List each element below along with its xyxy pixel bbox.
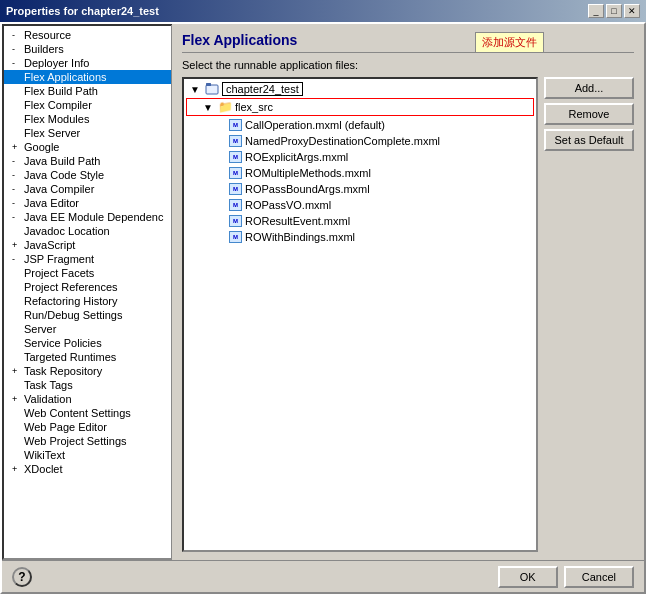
- spacer-icon: [212, 198, 226, 212]
- mxml-icon: M: [229, 135, 242, 147]
- sidebar-item-deployer-info[interactable]: - Deployer Info: [4, 56, 171, 70]
- sidebar-item-label: Project Facets: [24, 267, 94, 279]
- sidebar-item-targeted-runtimes[interactable]: Targeted Runtimes: [4, 350, 171, 364]
- sidebar-item-jsp-fragment[interactable]: - JSP Fragment: [4, 252, 171, 266]
- sidebar-item-web-content-settings[interactable]: Web Content Settings: [4, 406, 171, 420]
- tree-item-file-3[interactable]: M ROMultipleMethods.mxml: [186, 165, 534, 181]
- right-panel: 添加源文件 Flex Applications Select the runna…: [172, 24, 644, 560]
- sidebar-item-label: Javadoc Location: [24, 225, 110, 237]
- sidebar-item-label: JavaScript: [24, 239, 75, 251]
- sidebar-item-java-compiler[interactable]: - Java Compiler: [4, 182, 171, 196]
- help-button[interactable]: ?: [12, 567, 32, 587]
- sidebar-item-validation[interactable]: + Validation: [4, 392, 171, 406]
- sidebar-item-resource[interactable]: - Resource: [4, 28, 171, 42]
- sidebar-item-google[interactable]: + Google: [4, 140, 171, 154]
- folder-expand-icon: ▼: [201, 100, 215, 114]
- expand-icon: [12, 72, 22, 82]
- tree-item-file-2[interactable]: M ROExplicitArgs.mxml: [186, 149, 534, 165]
- sidebar-item-label: Java EE Module Dependenc: [24, 211, 163, 223]
- dialog-body: - Resource - Builders - Deployer Info Fl…: [2, 24, 644, 560]
- close-button[interactable]: ✕: [624, 4, 640, 18]
- set-as-default-button[interactable]: Set as Default: [544, 129, 634, 151]
- tree-item-file-4[interactable]: M ROPassBoundArgs.mxml: [186, 181, 534, 197]
- ok-button[interactable]: OK: [498, 566, 558, 588]
- sidebar-item-task-repository[interactable]: + Task Repository: [4, 364, 171, 378]
- sidebar-item-label: Java Build Path: [24, 155, 100, 167]
- sidebar-item-label: Builders: [24, 43, 64, 55]
- file-name: ROPassVO.mxml: [245, 199, 331, 211]
- sidebar-item-label: Service Policies: [24, 337, 102, 349]
- expand-icon: [12, 450, 22, 460]
- sidebar-item-web-page-editor[interactable]: Web Page Editor: [4, 420, 171, 434]
- minimize-button[interactable]: _: [588, 4, 604, 18]
- sidebar-item-java-editor[interactable]: - Java Editor: [4, 196, 171, 210]
- sidebar-item-builders[interactable]: - Builders: [4, 42, 171, 56]
- sidebar-item-label: Web Project Settings: [24, 435, 127, 447]
- sidebar-item-java-ee-module[interactable]: - Java EE Module Dependenc: [4, 210, 171, 224]
- sidebar-item-java-build-path[interactable]: - Java Build Path: [4, 154, 171, 168]
- project-icon: [205, 82, 219, 96]
- sidebar-item-label: Deployer Info: [24, 57, 89, 69]
- sidebar-item-flex-server[interactable]: Flex Server: [4, 126, 171, 140]
- sidebar-item-run-debug-settings[interactable]: Run/Debug Settings: [4, 308, 171, 322]
- sidebar-item-label: Flex Modules: [24, 113, 89, 125]
- sidebar-item-wikitext[interactable]: WikiText: [4, 448, 171, 462]
- sidebar-item-flex-modules[interactable]: Flex Modules: [4, 112, 171, 126]
- sidebar-item-project-facets[interactable]: Project Facets: [4, 266, 171, 280]
- tree-item-flex-src[interactable]: ▼ 📁 flex_src: [186, 98, 534, 116]
- tree-item-file-6[interactable]: M ROResultEvent.mxml: [186, 213, 534, 229]
- sidebar-item-project-references[interactable]: Project References: [4, 280, 171, 294]
- cancel-button[interactable]: Cancel: [564, 566, 634, 588]
- expand-icon: +: [12, 394, 22, 404]
- expand-icon: -: [12, 170, 22, 180]
- tree-item-file-5[interactable]: M ROPassVO.mxml: [186, 197, 534, 213]
- tree-item-file-1[interactable]: M NamedProxyDestinationComplete.mxml: [186, 133, 534, 149]
- add-button[interactable]: Add...: [544, 77, 634, 99]
- sidebar-item-java-code-style[interactable]: - Java Code Style: [4, 168, 171, 182]
- sidebar-item-label: Refactoring History: [24, 295, 118, 307]
- sidebar-item-javascript[interactable]: + JavaScript: [4, 238, 171, 252]
- sidebar-item-label: Task Repository: [24, 365, 102, 377]
- sidebar-item-label: Project References: [24, 281, 118, 293]
- sidebar-item-label: Run/Debug Settings: [24, 309, 122, 321]
- expand-icon: -: [12, 198, 22, 208]
- remove-button[interactable]: Remove: [544, 103, 634, 125]
- maximize-button[interactable]: □: [606, 4, 622, 18]
- sidebar-item-label: Flex Compiler: [24, 99, 92, 111]
- spacer-icon: [212, 230, 226, 244]
- mxml-icon: M: [229, 119, 242, 131]
- expand-icon: [12, 128, 22, 138]
- sidebar-item-flex-build-path[interactable]: Flex Build Path: [4, 84, 171, 98]
- sidebar-item-task-tags[interactable]: Task Tags: [4, 378, 171, 392]
- sidebar-item-javadoc-location[interactable]: Javadoc Location: [4, 224, 171, 238]
- expand-icon: +: [12, 464, 22, 474]
- sidebar-item-server[interactable]: Server: [4, 322, 171, 336]
- sidebar-item-refactoring-history[interactable]: Refactoring History: [4, 294, 171, 308]
- mxml-icon: M: [229, 183, 242, 195]
- spacer-icon: [212, 134, 226, 148]
- titlebar-buttons: _ □ ✕: [588, 4, 640, 18]
- expand-icon: [12, 114, 22, 124]
- sidebar-item-web-project-settings[interactable]: Web Project Settings: [4, 434, 171, 448]
- sidebar-item-flex-compiler[interactable]: Flex Compiler: [4, 98, 171, 112]
- project-name: chapter24_test: [222, 82, 303, 96]
- file-name: ROPassBoundArgs.mxml: [245, 183, 370, 195]
- expand-icon: -: [12, 212, 22, 222]
- expand-icon: [12, 282, 22, 292]
- tree-item-file-7[interactable]: M ROWithBindings.mxml: [186, 229, 534, 245]
- sidebar-item-flex-applications[interactable]: Flex Applications: [4, 70, 171, 84]
- sidebar-item-label: Java Code Style: [24, 169, 104, 181]
- tree-item-project[interactable]: ▼ chapter24_test: [186, 81, 534, 97]
- sidebar: - Resource - Builders - Deployer Info Fl…: [2, 24, 172, 560]
- tooltip: 添加源文件: [475, 32, 544, 53]
- sidebar-item-service-policies[interactable]: Service Policies: [4, 336, 171, 350]
- spacer-icon: [212, 118, 226, 132]
- tree-item-file-0[interactable]: M CallOperation.mxml (default): [186, 117, 534, 133]
- sidebar-item-label: Flex Applications: [24, 71, 107, 83]
- expand-icon: [12, 296, 22, 306]
- sidebar-item-xdoclet[interactable]: + XDoclet: [4, 462, 171, 476]
- window-title: Properties for chapter24_test: [6, 5, 159, 17]
- panel-title: Flex Applications: [182, 32, 634, 53]
- spacer-icon: [212, 150, 226, 164]
- file-tree[interactable]: ▼ chapter24_test ▼ 📁 flex_s: [182, 77, 538, 552]
